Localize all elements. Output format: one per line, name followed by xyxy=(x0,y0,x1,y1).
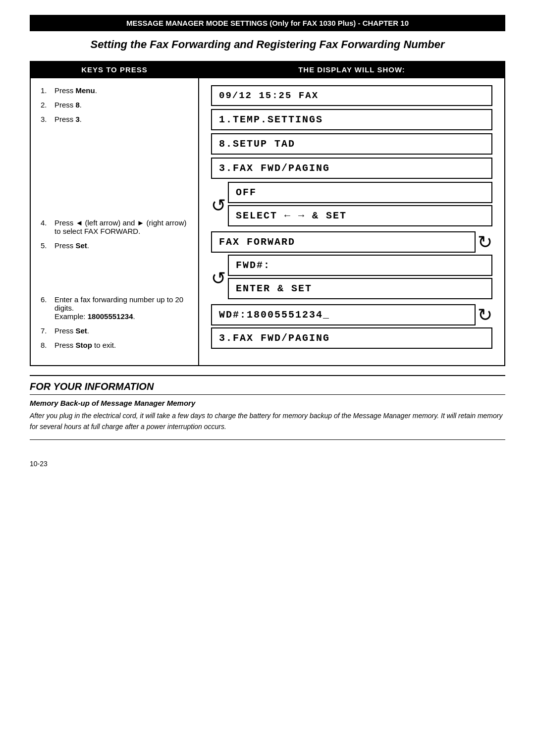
step-1: 1. Press Menu. xyxy=(41,86,190,95)
page-wrapper: MESSAGE MANAGER MODE SETTINGS (Only for … xyxy=(30,15,505,468)
step-8: 8. Press Stop to exit. xyxy=(41,341,190,349)
step-3: 3. Press 3. xyxy=(41,115,190,123)
step-5: 5. Press Set. xyxy=(41,241,190,250)
display-1: 09/12 15:25 FAX xyxy=(211,85,492,106)
for-info-bottom-rule xyxy=(30,439,505,440)
curved-arrow-right-2: ↻ xyxy=(476,305,492,325)
for-info-title: FOR YOUR INFORMATION xyxy=(30,381,505,395)
step-gap xyxy=(41,129,190,218)
display-group-10: WD#:18005551234_ ↻ xyxy=(211,304,492,325)
display-stack-5-6: OFF SELECT ← → & SET xyxy=(228,182,492,229)
table-header-row: KEYS TO PRESS THE DISPLAY WILL SHOW: xyxy=(31,62,504,77)
step-4: 4. Press ◄ (left arrow) and ► (right arr… xyxy=(41,218,190,235)
page-title: Setting the Fax Forwarding and Registeri… xyxy=(30,38,505,51)
table-body-row: 1. Press Menu. 2. Press 8. 3. Press 3. 4… xyxy=(31,77,504,365)
display-9: ENTER & SET xyxy=(228,278,492,299)
display-10: WD#:18005551234_ xyxy=(211,304,476,325)
step-6: 6. Enter a fax forwarding number up to 2… xyxy=(41,295,190,321)
display-group-7: FAX FORWARD ↻ xyxy=(211,231,492,253)
curved-arrow-left-1: ↺ xyxy=(211,182,228,229)
keys-header: KEYS TO PRESS xyxy=(31,62,199,77)
display-stack-8-9: FWD#: ENTER & SET xyxy=(228,255,492,302)
for-your-info-section: FOR YOUR INFORMATION Memory Back-up of M… xyxy=(30,375,505,440)
display-7: FAX FORWARD xyxy=(211,231,476,253)
for-info-subtitle: Memory Back-up of Message Manager Memory xyxy=(30,399,505,407)
display-6: SELECT ← → & SET xyxy=(228,205,492,226)
main-table: KEYS TO PRESS THE DISPLAY WILL SHOW: 1. … xyxy=(30,61,505,366)
page-footer: 10-23 xyxy=(30,460,505,468)
display-header: THE DISPLAY WILL SHOW: xyxy=(199,62,504,77)
display-group-5-6: ↺ OFF SELECT ← → & SET xyxy=(211,182,492,229)
display-3: 8.SETUP TAD xyxy=(211,133,492,155)
display-group-8-9: ↺ FWD#: ENTER & SET xyxy=(211,255,492,302)
display-8: FWD#: xyxy=(228,255,492,276)
display-11: 3.FAX FWD/PAGING xyxy=(211,327,492,349)
display-5: OFF xyxy=(228,182,492,203)
top-banner: MESSAGE MANAGER MODE SETTINGS (Only for … xyxy=(30,15,505,31)
banner-text: MESSAGE MANAGER MODE SETTINGS (Only for … xyxy=(126,19,409,27)
step-2: 2. Press 8. xyxy=(41,101,190,109)
curved-arrow-right-1: ↻ xyxy=(476,232,492,253)
display-2: 1.TEMP.SETTINGS xyxy=(211,109,492,130)
step-7: 7. Press Set. xyxy=(41,326,190,335)
step-gap2 xyxy=(41,256,190,295)
display-column: 09/12 15:25 FAX 1.TEMP.SETTINGS 8.SETUP … xyxy=(199,78,504,365)
display-4: 3.FAX FWD/PAGING xyxy=(211,158,492,179)
keys-column: 1. Press Menu. 2. Press 8. 3. Press 3. 4… xyxy=(31,78,199,365)
curved-arrow-left-2: ↺ xyxy=(211,255,228,302)
for-info-body: After you plug in the electrical cord, i… xyxy=(30,410,505,432)
